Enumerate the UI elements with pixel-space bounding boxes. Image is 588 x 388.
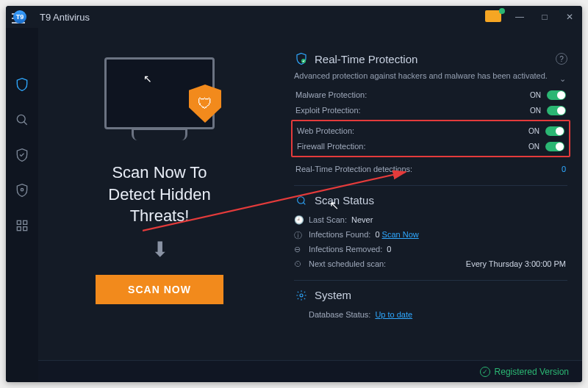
- svg-point-0: [17, 115, 25, 123]
- shield-illustration-icon: 🛡: [189, 85, 221, 123]
- promo-badge-icon[interactable]: [485, 10, 501, 22]
- exploit-label: Exploit Protection:: [295, 106, 530, 115]
- row-web-protection: Web Protection: ON: [295, 123, 566, 139]
- hero-headline-l1: Scan Now To: [108, 162, 210, 184]
- section-realtime: Real-Time Protection ? Advanced protecti…: [294, 51, 567, 176]
- kv-infections-removed: ⊖ Infections Removed: 0: [294, 242, 567, 256]
- cursor-icon: ↖: [143, 73, 152, 85]
- row-malware-protection: Malware Protection: ON: [294, 87, 567, 103]
- sidebar-item-protection[interactable]: [14, 76, 30, 93]
- section-scan-status: Scan Status 🕘 Last Scan: Never ⓘ Infecti…: [294, 193, 567, 271]
- infections-removed-value: 0: [387, 245, 391, 254]
- svg-rect-4: [24, 220, 27, 224]
- grid-icon: [15, 218, 29, 233]
- row-exploit-protection: Exploit Protection: ON: [294, 103, 567, 118]
- svg-rect-6: [24, 227, 27, 231]
- infections-found-value: 0: [375, 230, 379, 239]
- realtime-help-icon[interactable]: ?: [556, 53, 567, 65]
- svg-point-10: [300, 294, 303, 297]
- detections-label: Real-Time Protection detections:: [295, 165, 562, 173]
- scan-now-link[interactable]: Scan Now: [382, 230, 419, 239]
- close-button[interactable]: ✕: [557, 6, 582, 28]
- scan-status-title: Scan Status: [315, 194, 374, 206]
- arrow-down-icon: ⬇: [151, 237, 168, 262]
- scan-status-icon: [294, 193, 309, 208]
- kv-next-scheduled: ⏲ Next scheduled scan: Every Thursday 3:…: [294, 256, 567, 271]
- exploit-toggle[interactable]: [547, 106, 566, 115]
- chevron-down-icon[interactable]: ⌄: [559, 73, 566, 85]
- next-scheduled-value: Every Thursday 3:00:00 PM: [390, 259, 566, 268]
- titlebar: T9 T9 Antivirus — □ ✕: [6, 6, 582, 28]
- realtime-shield-icon: [294, 51, 309, 66]
- malware-label: Malware Protection:: [295, 90, 530, 99]
- row-firewall-protection: Firewall Protection: ON: [295, 139, 566, 154]
- app-title: T9 Antivirus: [40, 12, 90, 23]
- footer-text: Registered Version: [495, 367, 569, 377]
- web-label: Web Protection:: [297, 126, 528, 135]
- status-pane: Real-Time Protection ? Advanced protecti…: [281, 28, 582, 360]
- row-detections: Real-Time Protection detections: 0: [294, 162, 567, 176]
- hero-headline-l2: Detect Hidden: [108, 184, 210, 206]
- calendar-icon: ⏲: [294, 259, 304, 268]
- maximize-button[interactable]: □: [532, 6, 557, 28]
- realtime-title: Real-Time Protection: [315, 53, 417, 65]
- divider: [294, 280, 567, 281]
- exploit-state: ON: [530, 107, 541, 115]
- sidebar-item-privacy[interactable]: [14, 182, 30, 198]
- svg-line-9: [304, 203, 306, 205]
- detections-value: 0: [562, 165, 566, 173]
- svg-rect-5: [17, 227, 21, 231]
- malware-state: ON: [530, 91, 541, 99]
- db-status-link[interactable]: Up to date: [375, 310, 412, 319]
- info-icon: ⓘ: [294, 230, 304, 241]
- app-logo-icon: T9: [13, 10, 26, 24]
- shield-icon: [15, 77, 29, 92]
- app-window: T9 T9 Antivirus — □ ✕ ↖ 🛡: [6, 6, 582, 382]
- firewall-label: Firewall Protection:: [297, 142, 528, 151]
- search-icon: [15, 112, 29, 127]
- hero-headline-l3: Threats!: [108, 205, 210, 227]
- monitor-illustration: ↖ 🛡: [104, 57, 215, 129]
- gear-icon: [294, 288, 309, 303]
- scan-now-button[interactable]: SCAN NOW: [96, 275, 223, 304]
- lock-shield-icon: [15, 183, 29, 198]
- sidebar-item-apps[interactable]: [14, 218, 30, 234]
- web-state: ON: [528, 127, 539, 135]
- hero-headline: Scan Now To Detect Hidden Threats!: [108, 162, 210, 227]
- footer: ✓ Registered Version: [38, 360, 582, 382]
- main-content: ↖ 🛡 Scan Now To Detect Hidden Threats! ⬇…: [38, 28, 582, 360]
- sidebar-item-quarantine[interactable]: [14, 147, 30, 163]
- sidebar-item-scan[interactable]: [14, 112, 30, 128]
- last-scan-value: Never: [351, 215, 373, 224]
- firewall-toggle[interactable]: [545, 142, 564, 151]
- kv-infections-found: ⓘ Infections Found: 0 Scan Now: [294, 227, 567, 242]
- realtime-desc: Advanced protection against hackers and …: [294, 71, 567, 82]
- shield-check-icon: [15, 148, 29, 162]
- svg-point-8: [298, 197, 304, 204]
- firewall-state: ON: [528, 143, 539, 151]
- kv-db-status: Database Status: Up to date: [294, 307, 567, 322]
- system-title: System: [315, 289, 351, 301]
- svg-point-2: [21, 189, 23, 191]
- divider: [294, 185, 567, 186]
- check-circle-icon: ✓: [480, 367, 490, 377]
- minus-circle-icon: ⊖: [294, 245, 304, 254]
- sidebar: [6, 28, 38, 382]
- web-toggle[interactable]: [545, 126, 564, 136]
- highlighted-rows: Web Protection: ON Firewall Protection: …: [291, 120, 570, 157]
- kv-last-scan: 🕘 Last Scan: Never: [294, 212, 567, 227]
- hero-pane: ↖ 🛡 Scan Now To Detect Hidden Threats! ⬇…: [38, 28, 281, 360]
- svg-line-1: [24, 122, 27, 125]
- svg-rect-3: [17, 220, 21, 224]
- malware-toggle[interactable]: [547, 90, 566, 100]
- clock-icon: 🕘: [294, 215, 304, 225]
- section-system: System Database Status: Up to date: [294, 288, 567, 322]
- minimize-button[interactable]: —: [507, 6, 532, 28]
